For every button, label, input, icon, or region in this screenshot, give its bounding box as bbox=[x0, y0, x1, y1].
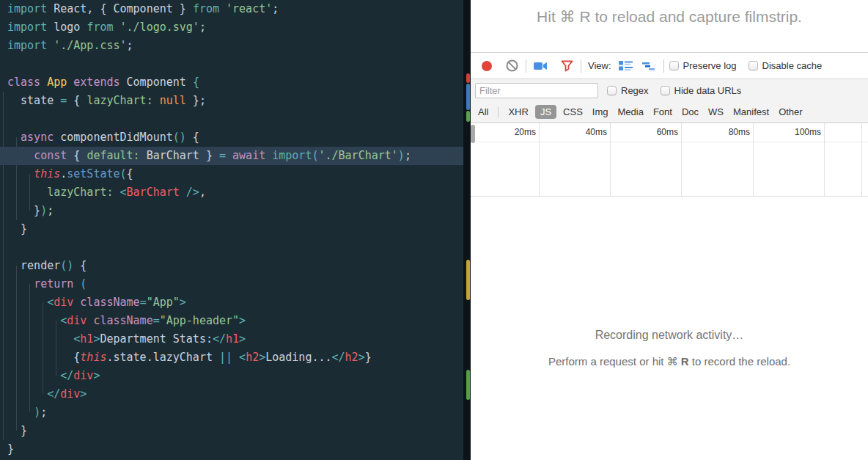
waterfall-icon bbox=[642, 61, 657, 71]
resource-tab-media[interactable]: Media bbox=[617, 106, 643, 117]
code-line[interactable]: render() { bbox=[0, 257, 463, 275]
clear-button[interactable] bbox=[503, 57, 521, 75]
timeline-header: 20ms40ms60ms80ms100ms bbox=[471, 123, 868, 197]
timeline-tick-label: 60ms bbox=[657, 127, 678, 137]
filmstrip-hint-text: Hit ⌘ R to reload and capture filmstrip. bbox=[537, 8, 802, 25]
resource-tab-font[interactable]: Font bbox=[653, 106, 672, 117]
code-line[interactable]: } bbox=[0, 440, 463, 459]
resource-tab-img[interactable]: Img bbox=[592, 106, 608, 117]
scrollbar-thumb[interactable] bbox=[471, 125, 475, 143]
timeline-tick-label: 80ms bbox=[729, 127, 750, 137]
scrollbar-mark-blue bbox=[466, 84, 470, 110]
code-line[interactable]: <div className="App-header"> bbox=[0, 312, 463, 330]
toolbar-divider bbox=[526, 59, 526, 73]
code-line[interactable] bbox=[0, 110, 463, 128]
code-line[interactable] bbox=[0, 55, 463, 73]
timeline-column bbox=[825, 123, 862, 196]
clear-icon bbox=[506, 59, 518, 72]
resource-tab-ws[interactable]: WS bbox=[708, 106, 724, 117]
list-view-icon bbox=[619, 60, 633, 71]
toolbar-divider bbox=[581, 59, 581, 73]
code-line[interactable]: import './App.css'; bbox=[0, 37, 463, 55]
code-line[interactable]: return ( bbox=[0, 275, 463, 293]
timeline-tick-label: 20ms bbox=[515, 127, 536, 137]
code-line[interactable]: async componentDidMount() { bbox=[0, 128, 463, 147]
hide-data-urls-label[interactable]: Hide data URLs bbox=[674, 85, 742, 96]
timeline-column: 60ms bbox=[611, 123, 682, 196]
disable-cache-checkbox[interactable] bbox=[749, 61, 758, 70]
resource-type-tabs: AllXHRJSCSSImgMediaFontDocWSManifestOthe… bbox=[471, 101, 868, 123]
scrollbar-mark-red bbox=[466, 73, 470, 83]
code-line[interactable]: lazyChart: <BarChart />, bbox=[0, 183, 463, 202]
scrollbar-mark-yellow bbox=[466, 260, 470, 300]
code-line[interactable]: } bbox=[0, 220, 463, 238]
small-rows-toggle[interactable] bbox=[617, 57, 635, 75]
resource-tab-manifest[interactable]: Manifest bbox=[733, 106, 769, 117]
network-filter-bar: Regex Hide data URLs bbox=[471, 79, 868, 101]
camera-icon bbox=[534, 62, 548, 70]
code-line[interactable]: <h1>Department Stats:</h1> bbox=[0, 330, 463, 348]
editor-scrollbar[interactable] bbox=[463, 0, 471, 460]
app-window: import React, { Component } from 'react'… bbox=[0, 0, 868, 460]
filmstrip-hint-bar: Hit ⌘ R to reload and capture filmstrip. bbox=[471, 0, 868, 53]
preserve-log-label[interactable]: Preserve log bbox=[683, 60, 737, 71]
resource-tab-doc[interactable]: Doc bbox=[682, 106, 699, 117]
code-line[interactable]: state = { lazyChart: null }; bbox=[0, 92, 463, 110]
recording-status-text: Recording network activity… bbox=[471, 329, 868, 342]
code-line[interactable]: class App extends Component { bbox=[0, 73, 463, 92]
hide-data-urls-checkbox[interactable] bbox=[661, 86, 670, 95]
waterfall-toggle[interactable] bbox=[641, 57, 658, 75]
resource-tab-css[interactable]: CSS bbox=[563, 106, 583, 117]
resource-tab-xhr[interactable]: XHR bbox=[508, 106, 528, 117]
code-line[interactable]: <div className="App"> bbox=[0, 293, 463, 312]
scrollbar-mark-green-2 bbox=[466, 370, 470, 400]
code-line[interactable]: {this.state.lazyChart || <h2>Loading...<… bbox=[0, 348, 463, 367]
resource-tab-all[interactable]: All bbox=[478, 106, 488, 117]
preserve-log-checkbox[interactable] bbox=[669, 61, 679, 70]
tab-divider bbox=[498, 107, 499, 117]
regex-label[interactable]: Regex bbox=[621, 85, 649, 96]
timeline-column: 80ms bbox=[682, 123, 754, 196]
view-label: View: bbox=[588, 60, 611, 71]
code-lines: import React, { Component } from 'react'… bbox=[0, 0, 463, 459]
network-toolbar: View: Pres bbox=[471, 53, 868, 79]
regex-checkbox[interactable] bbox=[607, 86, 617, 95]
timeline-column: 40ms bbox=[540, 123, 611, 196]
timeline-column: 20ms bbox=[471, 123, 540, 196]
code-line[interactable]: }); bbox=[0, 202, 463, 220]
timeline-tick-label: 100ms bbox=[795, 127, 821, 137]
code-line[interactable]: const { default: BarChart } = await impo… bbox=[0, 147, 463, 165]
record-button[interactable] bbox=[478, 57, 496, 75]
disable-cache-label[interactable]: Disable cache bbox=[762, 60, 823, 71]
timeline-column: 100ms bbox=[754, 123, 825, 196]
capture-screenshots-button[interactable] bbox=[532, 57, 549, 75]
code-line[interactable]: import React, { Component } from 'react'… bbox=[0, 0, 463, 18]
code-line[interactable]: </div> bbox=[0, 385, 463, 404]
toolbar-divider bbox=[663, 59, 664, 73]
code-editor[interactable]: import React, { Component } from 'react'… bbox=[0, 0, 463, 460]
resource-tab-js[interactable]: JS bbox=[535, 105, 556, 119]
resource-tab-other[interactable]: Other bbox=[779, 106, 803, 117]
filter-funnel-icon bbox=[561, 60, 573, 72]
record-icon bbox=[482, 61, 492, 71]
devtools-network-panel: Hit ⌘ R to reload and capture filmstrip. bbox=[471, 0, 868, 460]
filter-input[interactable] bbox=[475, 83, 598, 98]
recording-hint-text: Perform a request or hit ⌘ R to record t… bbox=[471, 355, 868, 368]
code-line[interactable] bbox=[0, 238, 463, 257]
code-line[interactable]: } bbox=[0, 422, 463, 440]
code-line[interactable]: </div> bbox=[0, 367, 463, 385]
code-line[interactable]: import logo from './logo.svg'; bbox=[0, 18, 463, 37]
code-line[interactable]: ); bbox=[0, 404, 463, 422]
filter-button[interactable] bbox=[558, 57, 575, 75]
timeline-tick-label: 40ms bbox=[586, 127, 607, 137]
code-line[interactable]: this.setState({ bbox=[0, 165, 463, 183]
scrollbar-mark-green bbox=[466, 111, 470, 122]
